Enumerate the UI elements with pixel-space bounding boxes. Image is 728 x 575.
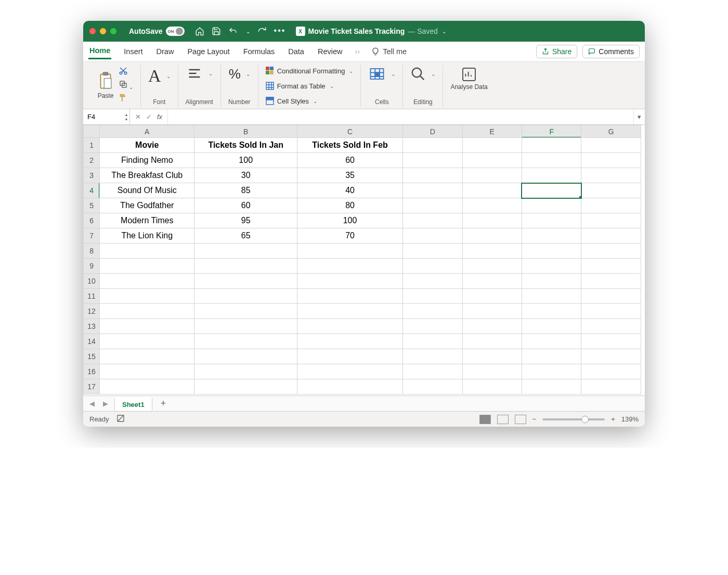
cut-icon[interactable] — [119, 66, 133, 78]
cell-C2[interactable]: 60 — [297, 153, 403, 168]
cell-B4[interactable]: 85 — [194, 183, 297, 198]
cell-G13[interactable] — [581, 319, 641, 334]
cell-G10[interactable] — [581, 274, 641, 289]
cell-D6[interactable] — [403, 213, 462, 228]
row-header-13[interactable]: 13 — [84, 319, 100, 334]
zoom-out-button[interactable]: − — [532, 415, 537, 423]
cell-E1[interactable] — [462, 138, 522, 153]
cell-D8[interactable] — [403, 244, 462, 259]
cell-B15[interactable] — [194, 349, 297, 364]
row-header-3[interactable]: 3 — [84, 168, 100, 183]
cell-B16[interactable] — [194, 364, 297, 379]
row-header-6[interactable]: 6 — [84, 213, 100, 228]
cell-C8[interactable] — [297, 244, 403, 259]
cell-A10[interactable] — [100, 274, 194, 289]
cell-G9[interactable] — [581, 259, 641, 274]
cell-F17[interactable] — [522, 379, 581, 394]
cell-A6[interactable]: Modern Times — [100, 213, 194, 228]
cell-D12[interactable] — [403, 304, 462, 319]
cell-F2[interactable] — [522, 153, 581, 168]
cell-F16[interactable] — [522, 364, 581, 379]
add-sheet-button[interactable]: + — [157, 398, 171, 409]
tabs-overflow-icon[interactable]: ›› — [355, 47, 360, 56]
tab-page-layout[interactable]: Page Layout — [186, 45, 230, 58]
cell-F3[interactable] — [522, 168, 581, 183]
cell-E4[interactable] — [462, 183, 522, 198]
row-header-9[interactable]: 9 — [84, 259, 100, 274]
accessibility-icon[interactable] — [116, 414, 125, 424]
cell-E7[interactable] — [462, 228, 522, 244]
namebox-spinner-icon[interactable]: ▴▾ — [125, 112, 127, 122]
cell-B13[interactable] — [194, 319, 297, 334]
fullscreen-window-icon[interactable] — [110, 28, 116, 34]
cell-E16[interactable] — [462, 364, 522, 379]
cell-styles-button[interactable]: Cell Styles⌄ — [266, 96, 317, 106]
tab-formulas[interactable]: Formulas — [242, 45, 276, 58]
cell-A15[interactable] — [100, 349, 194, 364]
cell-E10[interactable] — [462, 274, 522, 289]
row-header-4[interactable]: 4 — [84, 183, 100, 198]
cell-A14[interactable] — [100, 334, 194, 349]
cell-G15[interactable] — [581, 349, 641, 364]
autosave-toggle[interactable]: AutoSave ON — [129, 27, 185, 36]
row-header-11[interactable]: 11 — [84, 289, 100, 304]
font-button[interactable]: A — [148, 66, 161, 86]
cell-G14[interactable] — [581, 334, 641, 349]
analyse-data-button[interactable]: Analyse Data — [450, 66, 487, 91]
cell-D16[interactable] — [403, 364, 462, 379]
cell-C14[interactable] — [297, 334, 403, 349]
cell-A8[interactable] — [100, 244, 194, 259]
cell-F4[interactable] — [522, 183, 581, 198]
save-icon[interactable] — [212, 27, 221, 36]
column-header-D[interactable]: D — [403, 125, 462, 138]
editing-button[interactable] — [410, 66, 426, 82]
format-as-table-button[interactable]: Format as Table⌄ — [266, 81, 334, 91]
zoom-level[interactable]: 139% — [621, 415, 639, 423]
cell-A17[interactable] — [100, 379, 194, 394]
cell-D2[interactable] — [403, 153, 462, 168]
cell-G8[interactable] — [581, 244, 641, 259]
cell-D1[interactable] — [403, 138, 462, 153]
cell-C4[interactable]: 40 — [297, 183, 403, 198]
cell-D10[interactable] — [403, 274, 462, 289]
minimize-window-icon[interactable] — [100, 28, 106, 34]
cell-G4[interactable] — [581, 183, 641, 198]
cell-B12[interactable] — [194, 304, 297, 319]
cell-E9[interactable] — [462, 259, 522, 274]
cell-C1[interactable]: Tickets Sold In Feb — [297, 138, 403, 153]
cell-D5[interactable] — [403, 198, 462, 213]
cell-C15[interactable] — [297, 349, 403, 364]
cell-F12[interactable] — [522, 304, 581, 319]
comments-button[interactable]: Comments — [582, 45, 640, 58]
cell-B14[interactable] — [194, 334, 297, 349]
cell-B7[interactable]: 65 — [194, 228, 297, 244]
cell-C12[interactable] — [297, 304, 403, 319]
cell-A12[interactable] — [100, 304, 194, 319]
cancel-formula-icon[interactable]: ✕ — [135, 113, 141, 121]
undo-icon[interactable] — [228, 27, 238, 36]
tab-home[interactable]: Home — [88, 44, 111, 59]
cell-D9[interactable] — [403, 259, 462, 274]
zoom-slider[interactable] — [542, 418, 605, 420]
cell-G2[interactable] — [581, 153, 641, 168]
cell-A7[interactable]: The Lion King — [100, 228, 194, 244]
cell-D14[interactable] — [403, 334, 462, 349]
cell-E12[interactable] — [462, 304, 522, 319]
cell-E17[interactable] — [462, 379, 522, 394]
number-button[interactable]: % — [229, 66, 241, 82]
cell-D4[interactable] — [403, 183, 462, 198]
row-header-15[interactable]: 15 — [84, 349, 100, 364]
cell-D15[interactable] — [403, 349, 462, 364]
cell-G1[interactable] — [581, 138, 641, 153]
cell-B17[interactable] — [194, 379, 297, 394]
cell-D11[interactable] — [403, 289, 462, 304]
cell-E15[interactable] — [462, 349, 522, 364]
cell-C9[interactable] — [297, 259, 403, 274]
tab-data[interactable]: Data — [287, 45, 305, 58]
cell-F13[interactable] — [522, 319, 581, 334]
cell-G16[interactable] — [581, 364, 641, 379]
cell-B9[interactable] — [194, 259, 297, 274]
chevron-down-icon[interactable]: ⌄ — [209, 71, 213, 76]
cell-G7[interactable] — [581, 228, 641, 244]
cell-A1[interactable]: Movie — [100, 138, 194, 153]
